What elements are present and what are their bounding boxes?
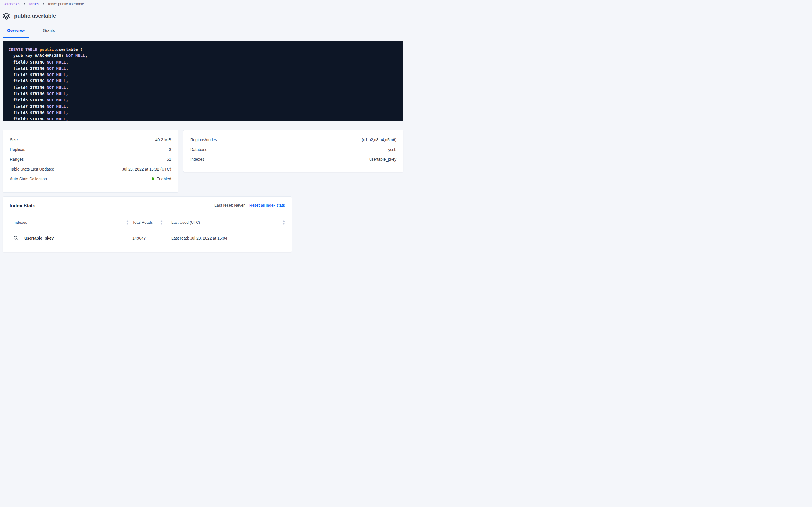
chevron-right-icon — [23, 2, 26, 5]
table-stats-card: Size 40.2 MiB Replicas 3 Ranges 51 Table… — [3, 130, 178, 193]
magnifier-icon — [14, 236, 18, 240]
index-stats-table-header: Indexes Total Reads Last Used (UTC) — [3, 216, 292, 229]
breadcrumb-link-tables[interactable]: Tables — [28, 2, 39, 6]
tab-grants[interactable]: Grants — [38, 27, 59, 37]
index-stats-card: Index Stats Last reset: Never Reset all … — [3, 196, 292, 252]
sort-arrows-icon[interactable] — [160, 220, 163, 225]
last-reset-label[interactable]: Last reset: Never — [214, 203, 245, 209]
stat-label: Database — [190, 147, 207, 152]
column-label: Total Reads — [132, 220, 152, 225]
breadcrumb: Databases Tables Table: public.usertable — [3, 1, 403, 6]
stat-row-indexes: Indexes usertable_pkey — [190, 155, 396, 164]
stat-label: Auto Stats Collection — [10, 177, 47, 181]
stat-label: Table Stats Last Updated — [10, 167, 54, 171]
sql-line: field2 STRING NOT NULL, — [8, 71, 397, 78]
column-label: Last Used (UTC) — [171, 220, 200, 225]
reset-all-index-stats-link[interactable]: Reset all index stats — [249, 203, 285, 208]
sql-line: field6 STRING NOT NULL, — [8, 97, 397, 103]
stat-label: Ranges — [10, 157, 23, 162]
sort-arrows-icon[interactable] — [126, 220, 129, 225]
stat-label: Regions/nodes — [190, 137, 217, 142]
index-stats-actions: Last reset: Never Reset all index stats — [214, 203, 285, 209]
stat-value: (n1,n2,n3,n4,n5,n6) — [362, 137, 396, 142]
column-header-total-reads[interactable]: Total Reads — [132, 220, 171, 225]
stat-value: usertable_pkey — [369, 157, 396, 162]
create-table-statement: CREATE TABLE public.usertable ( ycsb_key… — [3, 41, 403, 121]
breadcrumb-link-databases[interactable]: Databases — [3, 2, 20, 6]
table-location-card: Regions/nodes (n1,n2,n3,n4,n5,n6) Databa… — [183, 130, 403, 172]
active-tab-underline — [3, 37, 29, 38]
status-badge: Enabled — [151, 177, 171, 181]
table-details-page: Databases Tables Table: public.usertable… — [0, 1, 406, 252]
status-enabled-dot — [151, 177, 154, 180]
sql-line: field5 STRING NOT NULL, — [8, 91, 397, 97]
index-name: usertable_pkey — [24, 236, 54, 240]
stat-row-auto-stats: Auto Stats Collection Enabled — [10, 174, 171, 184]
status-text: Enabled — [157, 177, 171, 181]
summary-cards-row: Size 40.2 MiB Replicas 3 Ranges 51 Table… — [3, 130, 403, 193]
index-stats-row-usertable-pkey[interactable]: usertable_pkey 149647 Last read: Jul 28,… — [3, 229, 292, 247]
tab-overview[interactable]: Overview — [3, 27, 29, 37]
total-reads-value: 149647 — [132, 236, 146, 240]
stat-value: 51 — [167, 157, 171, 162]
stat-label: Size — [10, 137, 17, 142]
stat-value: 3 — [169, 147, 171, 152]
column-label: Indexes — [14, 220, 27, 225]
stat-value: Jul 28, 2022 at 16:02 (UTC) — [122, 167, 171, 171]
tab-bar: Overview Grants — [3, 27, 403, 38]
stat-row-regions: Regions/nodes (n1,n2,n3,n4,n5,n6) — [190, 135, 396, 145]
chevron-right-icon — [42, 2, 45, 5]
sql-line: field4 STRING NOT NULL, — [8, 84, 397, 91]
sql-line: field3 STRING NOT NULL, — [8, 78, 397, 84]
column-header-indexes[interactable]: Indexes — [14, 220, 132, 225]
column-header-last-used[interactable]: Last Used (UTC) — [171, 220, 285, 225]
last-used-cell: Last read: Jul 28, 2022 at 16:04 — [171, 236, 285, 240]
breadcrumb-current: Table: public.usertable — [47, 2, 84, 6]
sort-arrows-icon[interactable] — [283, 220, 285, 225]
page-title-row: public.usertable — [3, 12, 403, 20]
sql-line: field0 STRING NOT NULL, — [8, 59, 397, 65]
sql-line: field8 STRING NOT NULL, — [8, 110, 397, 116]
table-row-divider — [9, 247, 286, 248]
stat-row-replicas: Replicas 3 — [10, 145, 171, 155]
total-reads-cell: 149647 — [132, 236, 171, 240]
index-name-cell: usertable_pkey — [14, 236, 132, 240]
sql-line: ycsb_key VARCHAR(255) NOT NULL, — [8, 53, 397, 59]
index-stats-heading: Index Stats — [10, 203, 36, 209]
stat-label: Indexes — [190, 157, 204, 162]
stat-row-database: Database ycsb — [190, 145, 396, 155]
page-title: public.usertable — [14, 13, 56, 19]
stat-row-size: Size 40.2 MiB — [10, 135, 171, 145]
index-stats-header: Index Stats Last reset: Never Reset all … — [3, 197, 292, 209]
tab-grants-label: Grants — [43, 28, 55, 33]
stat-label: Replicas — [10, 147, 25, 152]
stat-value: ycsb — [388, 147, 396, 152]
sql-line: field1 STRING NOT NULL, — [8, 65, 397, 71]
last-used-value: Last read: Jul 28, 2022 at 16:04 — [171, 236, 227, 240]
sql-line: field7 STRING NOT NULL, — [8, 103, 397, 110]
stat-row-ranges: Ranges 51 — [10, 155, 171, 164]
sql-line: field9 STRING NOT NULL, — [8, 116, 397, 121]
stack-layers-icon — [3, 12, 10, 20]
stat-row-stats-updated: Table Stats Last Updated Jul 28, 2022 at… — [10, 164, 171, 174]
stat-value: 40.2 MiB — [155, 137, 171, 142]
sql-line: CREATE TABLE public.usertable ( — [8, 46, 397, 53]
tab-overview-label: Overview — [7, 28, 25, 33]
